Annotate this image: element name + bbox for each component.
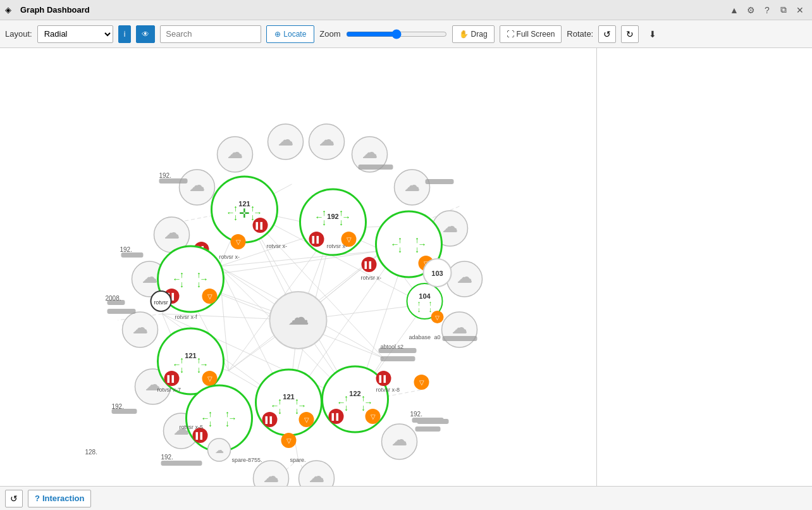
view-button[interactable]: 👁	[136, 25, 155, 43]
toolbar: Layout: Radial Tree Force Grid i 👁 ⊕ Loc…	[0, 20, 812, 48]
svg-text:←: ←	[337, 397, 346, 407]
svg-text:a0: a0	[434, 334, 441, 340]
svg-text:→: →	[200, 274, 209, 284]
info-icon: i	[124, 30, 126, 39]
svg-text:☁: ☁	[133, 320, 147, 336]
svg-text:rotvsr x-: rotvsr x-	[219, 254, 240, 260]
svg-rect-101	[415, 426, 441, 432]
close-button[interactable]: ✕	[793, 3, 807, 17]
zoom-slider[interactable]	[346, 29, 447, 39]
svg-text:→: →	[200, 359, 209, 370]
fullscreen-icon: ⛶	[507, 30, 514, 39]
svg-text:192.: 192.	[120, 246, 132, 253]
svg-text:▌▌: ▌▌	[167, 375, 176, 383]
svg-rect-95	[443, 336, 477, 341]
svg-text:▽: ▽	[207, 293, 212, 300]
svg-rect-99	[381, 356, 415, 361]
rotate-back-icon: ↺	[603, 29, 611, 39]
svg-text:192: 192	[327, 213, 338, 220]
svg-text:▌▌: ▌▌	[379, 375, 388, 383]
svg-text:rotvsr x-: rotvsr x-	[327, 243, 348, 249]
svg-text:adabase: adabase	[409, 334, 431, 340]
window-title: Graph Dashboard	[20, 5, 722, 15]
svg-text:↓: ↓	[429, 306, 433, 313]
svg-text:▌▌: ▌▌	[331, 413, 340, 421]
svg-text:←: ←	[271, 401, 280, 411]
svg-text:☁: ☁	[363, 145, 377, 161]
download-button[interactable]: ⬇	[644, 25, 661, 43]
svg-text:rotvsr x-f: rotvsr x-f	[175, 314, 197, 320]
svg-text:▽: ▽	[371, 413, 376, 420]
svg-rect-100	[417, 419, 449, 424]
svg-text:☁: ☁	[320, 132, 334, 148]
bottom-bar: ↺ ? Interaction	[0, 486, 812, 510]
svg-text:↓: ↓	[417, 306, 421, 313]
drag-button[interactable]: ✋ Drag	[452, 25, 495, 43]
graph-canvas[interactable]: ☁ ☁ ☁ ☁ ☁ ☁ ☁ ☁	[0, 48, 597, 486]
title-bar: ◈ Graph Dashboard ▲ ⚙ ? ⧉ ✕	[0, 0, 812, 20]
svg-text:✛: ✛	[239, 206, 250, 220]
rotate-back-button[interactable]: ↺	[598, 25, 616, 43]
svg-text:☁: ☁	[228, 145, 242, 161]
svg-text:☁: ☁	[279, 132, 293, 148]
rotate-forward-button[interactable]: ↻	[621, 25, 639, 43]
svg-text:☁: ☁	[393, 432, 407, 448]
restore-button[interactable]: ⧉	[777, 3, 790, 17]
svg-text:▽: ▽	[286, 437, 292, 444]
svg-text:rotvsr x-: rotvsr x-	[361, 275, 382, 281]
layout-label: Layout:	[5, 29, 32, 39]
locate-button[interactable]: ⊕ Locate	[266, 25, 314, 43]
svg-text:→: →	[228, 413, 237, 423]
svg-text:103: 103	[431, 270, 443, 277]
svg-text:192.: 192.	[159, 172, 171, 179]
svg-text:128.: 128.	[85, 449, 97, 456]
svg-text:☁: ☁	[288, 305, 309, 329]
svg-text:←: ←	[173, 359, 181, 370]
svg-text:→: →	[254, 208, 262, 218]
bottom-refresh-button[interactable]: ↺	[5, 490, 23, 507]
svg-text:☁: ☁	[405, 178, 419, 194]
fullscreen-button[interactable]: ⛶ Full Screen	[500, 25, 562, 43]
svg-text:☁: ☁	[165, 225, 179, 241]
svg-text:→: →	[342, 212, 351, 222]
help-button[interactable]: ?	[760, 3, 774, 17]
locate-label: Locate	[283, 30, 306, 39]
svg-text:▌▌: ▌▌	[255, 221, 264, 230]
svg-text:→: →	[418, 239, 427, 249]
right-panel	[597, 48, 812, 486]
svg-rect-89	[108, 309, 136, 314]
svg-text:121: 121	[185, 352, 196, 359]
interaction-button[interactable]: ? Interaction	[28, 490, 91, 507]
layout-select[interactable]: Radial Tree Force Grid	[37, 25, 113, 43]
svg-text:←: ←	[226, 208, 235, 218]
minimize-button[interactable]: ▲	[727, 3, 741, 17]
svg-text:192.: 192.	[410, 411, 422, 418]
zoom-label: Zoom	[319, 29, 340, 39]
svg-text:2008.: 2008.	[106, 295, 121, 302]
svg-rect-87	[121, 252, 144, 258]
refresh-icon: ↺	[10, 494, 18, 504]
svg-text:spare.: spare.	[290, 457, 306, 463]
svg-text:▌▌: ▌▌	[364, 261, 373, 270]
svg-text:☁: ☁	[453, 320, 467, 336]
graph-svg: ☁ ☁ ☁ ☁ ☁ ☁ ☁ ☁	[0, 48, 596, 486]
svg-line-39	[219, 251, 384, 266]
fullscreen-label: Full Screen	[517, 30, 555, 39]
svg-text:▽: ▽	[435, 314, 440, 321]
drag-label: Drag	[471, 30, 488, 39]
rotate-forward-icon: ↻	[626, 29, 634, 39]
svg-text:rotvsr x-: rotvsr x-	[267, 243, 288, 249]
settings-button[interactable]: ⚙	[744, 3, 758, 17]
info-button[interactable]: i	[118, 25, 132, 43]
svg-text:▽: ▽	[236, 239, 241, 246]
svg-rect-96	[426, 179, 454, 184]
svg-text:121: 121	[283, 393, 294, 401]
svg-text:192.: 192.	[161, 454, 173, 461]
drag-icon: ✋	[459, 30, 469, 39]
svg-text:▽: ▽	[347, 236, 352, 243]
svg-text:122: 122	[349, 390, 360, 397]
svg-text:☁: ☁	[264, 469, 278, 485]
search-input[interactable]	[160, 25, 261, 43]
svg-text:☁: ☁	[143, 270, 157, 285]
svg-text:▌▌: ▌▌	[195, 432, 204, 440]
